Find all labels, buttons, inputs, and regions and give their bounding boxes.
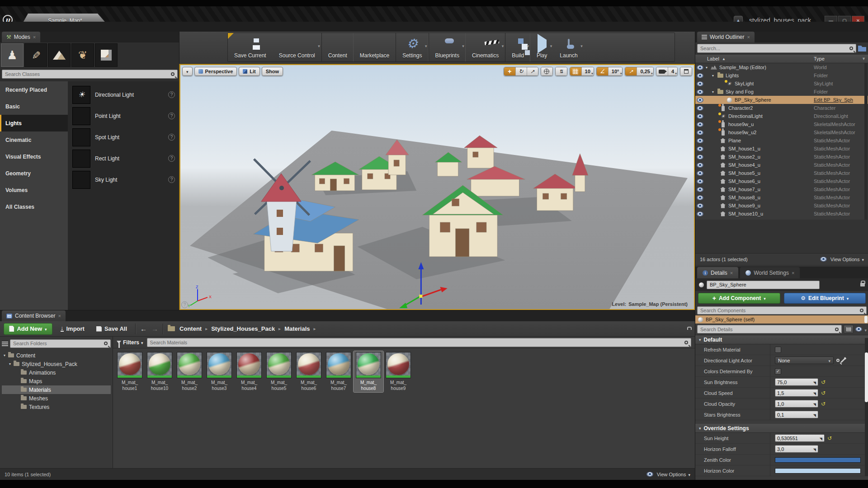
- toolbar-button[interactable]: Build: [505, 33, 530, 61]
- close-icon[interactable]: [747, 34, 750, 40]
- mode-landscape-button[interactable]: [48, 43, 71, 67]
- level-viewport[interactable]: Perspective Lit Show 10 10°: [179, 64, 695, 310]
- folder-tree-item[interactable]: Textures: [2, 403, 111, 411]
- toolbar-button[interactable]: Cinematics: [466, 33, 505, 61]
- filters-button[interactable]: Filters: [117, 339, 143, 346]
- show-button[interactable]: Show: [262, 67, 283, 76]
- toolbar-button[interactable]: Content: [321, 33, 354, 61]
- maximize-viewport-button[interactable]: [680, 67, 692, 75]
- spinner-icon[interactable]: [813, 380, 816, 385]
- mode-category[interactable]: Cinematic: [0, 131, 68, 148]
- property-matrix-button[interactable]: [844, 325, 854, 333]
- property-number-field[interactable]: 1,0: [775, 400, 818, 408]
- visibility-eye-icon[interactable]: [697, 98, 703, 103]
- reset-to-default-icon[interactable]: [821, 401, 826, 407]
- outliner-view-options-button[interactable]: View Options: [820, 257, 864, 262]
- rotate-tool-button[interactable]: [515, 67, 527, 75]
- folder-tree-item[interactable]: Stylized_Houses_Pack: [2, 360, 111, 368]
- chevron-down-icon[interactable]: [425, 44, 427, 48]
- section-header-override[interactable]: Override Settings: [695, 424, 868, 433]
- outliner-row[interactable]: house9w_u2 SkeletalMeshActor: [695, 128, 868, 136]
- camera-speed-value[interactable]: 4: [668, 67, 677, 75]
- section-header-default[interactable]: Default: [695, 335, 868, 344]
- property-checkbox[interactable]: [775, 347, 781, 353]
- menu-item[interactable]: [5, 26, 15, 28]
- toolbar-button[interactable]: Play: [530, 33, 553, 61]
- component-self-row[interactable]: BP_Sky_Sphere (self): [695, 315, 868, 324]
- sources-toggle-icon[interactable]: [2, 341, 8, 346]
- material-asset[interactable]: M_mat_house5: [264, 351, 294, 392]
- visibility-eye-icon[interactable]: [697, 211, 703, 216]
- rotation-snap-value[interactable]: 10°: [608, 67, 623, 75]
- material-asset[interactable]: M_mat_house8: [354, 351, 383, 392]
- help-icon[interactable]: [168, 91, 175, 98]
- toolbar-button[interactable]: Save Current: [228, 33, 273, 61]
- mode-category[interactable]: Visual Effects: [0, 148, 68, 165]
- close-icon[interactable]: [58, 313, 61, 319]
- toolbar-button[interactable]: Launch: [553, 33, 584, 61]
- outliner-row[interactable]: BP_Sky_Sphere Edit BP_Sky_Sph: [695, 96, 868, 104]
- outliner-row[interactable]: DirectionalLight DirectionalLight: [695, 112, 868, 120]
- visibility-eye-icon[interactable]: [697, 89, 703, 94]
- mode-category[interactable]: Volumes: [0, 182, 68, 198]
- outliner-row[interactable]: SM_house2_u StaticMeshActor: [695, 153, 868, 161]
- search-folders-input[interactable]: Search Folders: [10, 339, 111, 348]
- view-mode-button[interactable]: Lit: [239, 67, 259, 76]
- label-column-header[interactable]: Label: [695, 56, 719, 61]
- material-asset[interactable]: M_mat_house9: [383, 351, 413, 392]
- folder-tree-item[interactable]: Maps: [2, 377, 111, 385]
- add-new-button[interactable]: Add New: [4, 323, 52, 335]
- property-number-field[interactable]: 3,0: [775, 445, 818, 453]
- lock-icon[interactable]: [860, 283, 865, 286]
- components-scrollbar[interactable]: [864, 316, 868, 323]
- breadcrumb-item[interactable]: Stylized_Houses_Pack: [211, 325, 281, 332]
- close-icon[interactable]: [730, 270, 733, 276]
- world-local-toggle[interactable]: [541, 67, 552, 75]
- outliner-row[interactable]: Plane StaticMeshActor: [695, 136, 868, 145]
- folder-tree-item[interactable]: Animations: [2, 368, 111, 377]
- material-asset[interactable]: M_mat_house10: [145, 351, 175, 392]
- outliner-row[interactable]: SM_house10_u StaticMeshActor: [695, 210, 868, 218]
- tab-modes[interactable]: Modes: [2, 32, 40, 42]
- mode-category[interactable]: Lights: [0, 115, 68, 131]
- folder-tree-item[interactable]: Materials: [2, 385, 111, 394]
- visibility-eye-icon[interactable]: [697, 179, 703, 184]
- outliner-row[interactable]: SM_house7_u StaticMeshActor: [695, 185, 868, 193]
- folder-tree-item[interactable]: Content: [2, 351, 111, 360]
- expander-arrow-icon[interactable]: [706, 66, 710, 70]
- save-all-button[interactable]: Save All: [93, 325, 131, 332]
- edit-blueprint-button[interactable]: Edit Blueprint: [784, 293, 866, 304]
- material-asset[interactable]: M_mat_house6: [294, 351, 324, 392]
- placeable-item[interactable]: Point Light: [68, 105, 179, 127]
- outliner-search-input[interactable]: Search...: [697, 44, 856, 53]
- property-number-field[interactable]: 75,0: [775, 378, 818, 386]
- outliner-row[interactable]: house9w_u SkeletalMeshActor: [695, 120, 868, 128]
- grid-snap-value[interactable]: 10: [581, 67, 594, 75]
- spinner-icon[interactable]: [820, 436, 822, 441]
- expander-arrow-icon[interactable]: [4, 353, 8, 357]
- visibility-eye-icon[interactable]: [697, 195, 703, 200]
- material-asset[interactable]: M_mat_house4: [234, 351, 264, 392]
- help-icon[interactable]: [168, 155, 175, 162]
- property-number-field[interactable]: 0,530551: [775, 434, 825, 442]
- tab-details[interactable]: Details: [697, 267, 738, 278]
- rotation-snap-toggle[interactable]: [597, 67, 608, 75]
- property-dropdown[interactable]: None: [775, 357, 834, 364]
- visibility-eye-icon[interactable]: [697, 65, 703, 70]
- column-filter-icon[interactable]: ▼: [862, 56, 866, 61]
- outliner-row[interactable]: Character2 Character: [695, 104, 868, 112]
- visibility-eye-icon[interactable]: [697, 122, 703, 127]
- expander-arrow-icon[interactable]: [712, 90, 717, 94]
- mode-category[interactable]: Basic: [0, 98, 68, 115]
- breadcrumb-item[interactable]: Materials: [284, 325, 316, 332]
- toolbar-button[interactable]: Settings: [396, 33, 428, 61]
- spinner-icon[interactable]: [813, 446, 816, 452]
- mode-place-button[interactable]: [1, 43, 24, 67]
- tab-content-browser[interactable]: Content Browser: [2, 310, 66, 321]
- camera-speed-button[interactable]: [656, 67, 668, 75]
- chevron-down-icon[interactable]: [550, 44, 552, 48]
- outliner-row[interactable]: SM_house8_u StaticMeshActor: [695, 193, 868, 202]
- visibility-eye-icon[interactable]: [697, 171, 703, 176]
- cb-view-options-button[interactable]: View Options: [646, 472, 690, 477]
- property-number-field[interactable]: 1,5: [775, 389, 818, 397]
